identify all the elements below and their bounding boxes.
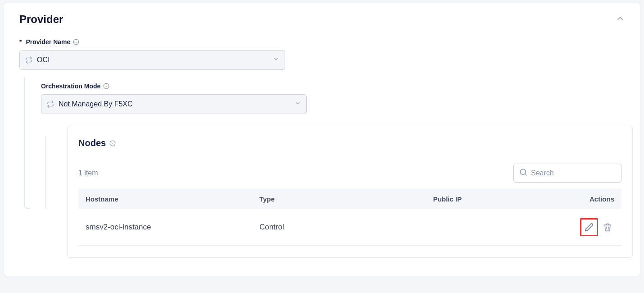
panel-header: Provider	[19, 13, 625, 26]
info-icon[interactable]	[73, 39, 79, 45]
svg-line-10	[525, 174, 526, 175]
cell-hostname: smsv2-oci-instance	[78, 209, 252, 246]
cell-public-ip	[426, 209, 556, 246]
panel-title: Provider	[19, 13, 63, 26]
table-row: smsv2-oci-instance Control	[78, 209, 621, 246]
edit-button[interactable]	[580, 218, 598, 236]
swap-icon	[25, 56, 32, 64]
tree-connector	[24, 77, 30, 209]
actions-cell	[563, 218, 614, 236]
cell-type: Control	[252, 209, 426, 246]
nodes-table: Hostname Type Public IP Actions smsv2-oc…	[78, 189, 621, 246]
nodes-search-input[interactable]	[531, 169, 621, 177]
chevron-down-icon	[295, 100, 301, 108]
trash-icon	[603, 223, 612, 232]
orchestration-mode-label: Orchestration Mode	[41, 82, 625, 90]
orchestration-mode-value: Not Managed By F5XC	[59, 100, 133, 108]
provider-panel: Provider * Provider Name OCI Orchestrati…	[4, 3, 640, 276]
nodes-toolbar: 1 item	[78, 164, 621, 183]
nodes-item-count: 1 item	[78, 169, 98, 177]
chevron-down-icon	[273, 56, 279, 64]
swap-icon	[47, 101, 54, 108]
col-actions: Actions	[556, 189, 621, 209]
search-icon	[519, 168, 527, 178]
provider-name-select[interactable]: OCI	[19, 50, 285, 70]
pencil-icon	[585, 223, 594, 232]
table-header-row: Hostname Type Public IP Actions	[78, 189, 621, 209]
chevron-up-icon[interactable]	[616, 14, 625, 25]
col-public-ip: Public IP	[426, 189, 556, 209]
required-asterisk: *	[19, 38, 22, 46]
provider-name-value: OCI	[37, 56, 50, 64]
provider-name-label-text: Provider Name	[26, 38, 70, 46]
orchestration-mode-label-text: Orchestration Mode	[41, 82, 100, 90]
provider-name-label: * Provider Name	[19, 38, 625, 46]
nodes-search-box[interactable]	[513, 164, 621, 183]
nodes-title-text: Nodes	[78, 138, 106, 148]
nodes-card: Nodes 1 item	[67, 126, 633, 258]
orchestration-mode-select[interactable]: Not Managed By F5XC	[41, 94, 307, 114]
info-icon[interactable]	[109, 140, 116, 146]
nodes-title: Nodes	[78, 138, 621, 148]
col-hostname: Hostname	[78, 189, 252, 209]
col-type: Type	[252, 189, 426, 209]
info-icon[interactable]	[103, 83, 109, 89]
delete-button[interactable]	[601, 220, 614, 234]
